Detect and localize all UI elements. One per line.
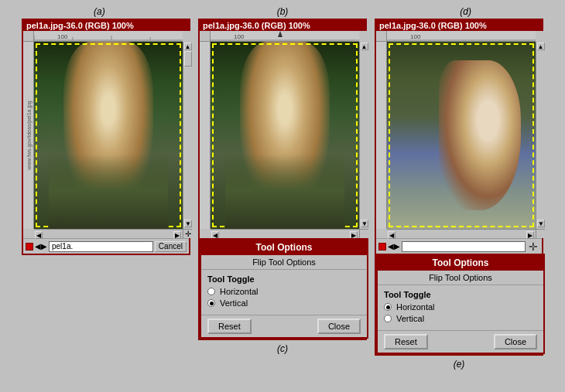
pelican-image-b: [211, 42, 359, 229]
label-d: (d): [460, 6, 471, 17]
title-bar-a: pel1a.jpg-36.0 (RGB) 100%: [23, 20, 189, 31]
dialog-c-horizontal-option[interactable]: Horizontal: [207, 287, 361, 296]
status-arrows-a: ◀▶: [35, 242, 47, 251]
status-icon-d: [378, 243, 386, 251]
ruler-top-b: 100: [211, 31, 359, 42]
image-canvas-d: [387, 42, 536, 229]
vertical-label-c: Vertical: [220, 298, 248, 308]
status-arrows-d: ◀▶: [388, 242, 400, 251]
pelican-image-d: [387, 42, 536, 229]
dialog-c-body: Tool Toggle Horizontal Vertical: [201, 270, 367, 315]
dialog-e-reset-button[interactable]: Reset: [384, 334, 428, 349]
vertical-label: www.fws.gov/ideas/pel1a.jpg: [26, 89, 31, 182]
filename-field-a[interactable]: pel1a.: [49, 241, 153, 252]
panel-a: pel1a.jpg-36.0 (RGB) 100% 100: [22, 19, 190, 255]
window-b: pel1a.jpg-36.0 (RGB) 100% 100: [198, 19, 367, 340]
title-bar-d: pel1a.jpg-36.0 (RGB) 100%: [376, 20, 542, 31]
selection-a: [36, 43, 181, 227]
radio-horizontal-c[interactable]: [207, 288, 215, 295]
selection-d: [389, 43, 534, 227]
label-a: (a): [94, 6, 105, 17]
selection-b: [212, 43, 358, 227]
status-bar-d: ◀▶ ✛: [376, 238, 542, 254]
cancel-button-a[interactable]: Cancel: [155, 241, 187, 252]
window-a: pel1a.jpg-36.0 (RGB) 100% 100: [22, 19, 190, 255]
status-bar-a: ◀▶ pel1a. Cancel: [23, 238, 189, 254]
dialog-e-vertical-option[interactable]: Vertical: [384, 314, 537, 323]
status-icon-a: [26, 243, 33, 251]
move-icon-d[interactable]: ✛: [527, 240, 539, 253]
dialog-c-title: Tool Options: [201, 240, 367, 255]
dialog-e-close-button[interactable]: Close: [494, 334, 537, 349]
dialog-e-title: Tool Options: [378, 255, 543, 271]
horizontal-label-c: Horizontal: [220, 287, 259, 296]
dialog-c-section: Tool Toggle: [207, 274, 361, 284]
dialog-c-close-button[interactable]: Close: [317, 319, 361, 334]
ruler-top-a: 100: [34, 31, 183, 42]
main-container: (a) (b) (d) pel1a.jpg-36.0 (RGB) 100%: [0, 0, 565, 392]
radio-vertical-e[interactable]: [384, 315, 392, 322]
dialog-c-vertical-option[interactable]: Vertical: [207, 298, 361, 308]
svg-text:100: 100: [410, 33, 421, 40]
svg-marker-9: [278, 31, 282, 37]
dialog-c-subtitle: Flip Tool Options: [201, 255, 367, 270]
radio-vertical-c[interactable]: [207, 299, 215, 307]
label-c: (c): [277, 343, 288, 354]
vertical-label-e: Vertical: [396, 314, 424, 323]
panel-b: pel1a.jpg-36.0 (RGB) 100% 100: [198, 19, 367, 354]
tool-options-dialog-e: Tool Options Flip Tool Options Tool Togg…: [376, 254, 545, 354]
image-canvas-a: [34, 42, 183, 229]
dialog-e-body: Tool Toggle Horizontal Vertical: [378, 285, 543, 330]
svg-text:100: 100: [234, 33, 245, 40]
title-bar-b: pel1a.jpg-36.0 (RGB) 100%: [200, 20, 365, 31]
panel-d: pel1a.jpg-36.0 (RGB) 100% 100: [375, 19, 543, 370]
dialog-e-horizontal-option[interactable]: Horizontal: [384, 302, 537, 312]
dialog-e-subtitle: Flip Tool Options: [378, 271, 543, 285]
dialog-c-reset-button[interactable]: Reset: [207, 319, 252, 334]
image-canvas-b: [211, 42, 359, 229]
label-e: (e): [454, 359, 465, 370]
pelican-image-a: [34, 42, 183, 229]
radio-horizontal-e[interactable]: [384, 303, 392, 311]
label-b: (b): [277, 6, 289, 17]
dialog-e-section: Tool Toggle: [384, 290, 537, 299]
tool-options-dialog-c: Tool Options Flip Tool Options Tool Togg…: [200, 238, 368, 339]
horizontal-label-e: Horizontal: [396, 302, 435, 312]
svg-text:100: 100: [57, 33, 68, 40]
window-d: pel1a.jpg-36.0 (RGB) 100% 100: [375, 19, 543, 356]
ruler-top-d: 100: [387, 31, 536, 42]
dialog-c-buttons: Reset Close: [201, 315, 367, 337]
filename-field-d: [402, 241, 526, 252]
dialog-e-buttons: Reset Close: [378, 330, 543, 353]
